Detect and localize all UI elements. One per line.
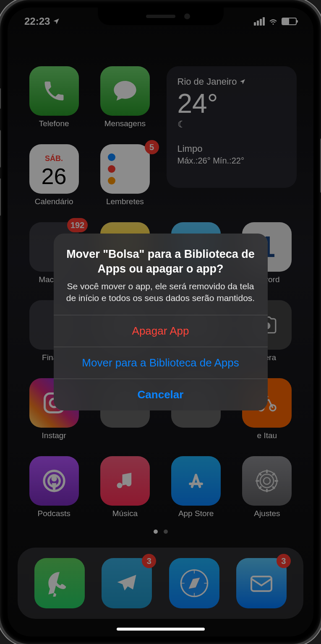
notch xyxy=(98,8,224,25)
alert-content: Mover "Bolsa" para a Biblioteca de Apps … xyxy=(54,234,268,315)
phone-frame: 22:23 Telefone Mensagens xyxy=(0,0,321,644)
delete-app-button[interactable]: Apagar App xyxy=(54,315,268,347)
screen: 22:23 Telefone Mensagens xyxy=(8,8,313,636)
volume-down-button[interactable] xyxy=(0,178,1,216)
mute-switch[interactable] xyxy=(0,88,1,109)
alert-overlay: Mover "Bolsa" para a Biblioteca de Apps … xyxy=(8,8,313,636)
cancel-button[interactable]: Cancelar xyxy=(54,379,268,410)
volume-up-button[interactable] xyxy=(0,130,1,168)
move-to-library-button[interactable]: Mover para a Biblioteca de Apps xyxy=(54,347,268,379)
alert-dialog: Mover "Bolsa" para a Biblioteca de Apps … xyxy=(54,234,268,411)
alert-title: Mover "Bolsa" para a Biblioteca de Apps … xyxy=(65,247,256,276)
home-indicator[interactable] xyxy=(117,628,205,631)
alert-message: Se você mover o app, ele será removido d… xyxy=(65,280,256,304)
